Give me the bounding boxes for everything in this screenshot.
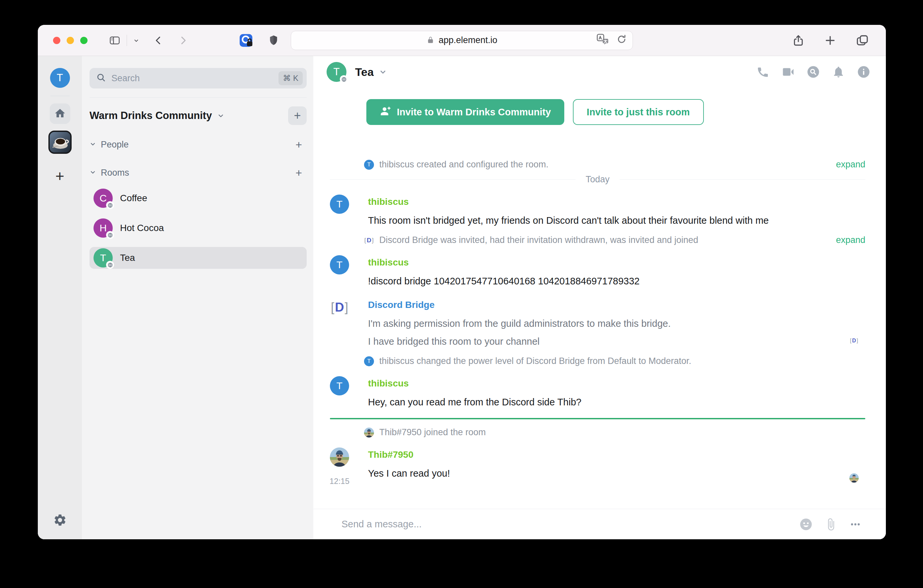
room-search-icon[interactable] [806,64,821,80]
add-room-button[interactable]: + [296,166,302,179]
back-button-icon[interactable] [153,34,164,46]
add-space-button[interactable]: + [55,168,64,184]
sender-avatar[interactable]: T [330,195,349,214]
section-people[interactable]: People + [90,138,307,151]
read-receipt-discord-bridge[interactable]: [D] [849,336,859,345]
invite-to-room-button[interactable]: Invite to just this room [573,99,704,125]
sidebar-toggle-icon[interactable] [108,34,122,46]
room-menu-chevron-icon[interactable] [378,67,388,77]
share-icon[interactable] [792,33,805,48]
sender-name[interactable]: thibiscus [368,378,409,389]
room-title[interactable]: Tea [355,66,374,79]
sender-name[interactable]: Discord Bridge [368,300,435,310]
room-list-panel: Search ⌘ K Warm Drinks Community + Peopl… [82,56,313,539]
message-discord-bridge: [D] Discord Bridge I'm asking permission… [313,298,886,348]
sender-name[interactable]: thibiscus [368,257,409,268]
sender-name[interactable]: Thib#7950 [368,450,414,460]
expand-link[interactable]: expand [836,235,866,245]
add-to-space-button[interactable]: + [288,107,307,125]
new-tab-icon[interactable] [824,34,837,47]
sender-avatar[interactable]: T [330,255,349,274]
space-menu-chevron-icon[interactable] [217,112,225,120]
message-reply: 12:15 Thib#7950 Yes I can read you! [313,447,886,486]
event-avatar[interactable]: T [364,356,374,366]
section-label[interactable]: Rooms [101,168,129,178]
video-call-icon[interactable] [780,64,796,80]
message-text: I'm asking permission from the guild adm… [368,317,866,330]
voice-call-icon[interactable] [755,64,770,80]
close-window-button[interactable] [53,37,60,44]
user-joined-event: Thib#7950 joined the room [364,427,866,437]
section-chevron-icon[interactable] [90,169,96,177]
event-avatar-discord-bridge[interactable]: [D] [364,235,374,245]
event-avatar-photo[interactable] [364,427,374,437]
room-created-event: T thibiscus created and configured the r… [364,159,866,170]
room-header-avatar[interactable]: T [327,62,347,82]
event-text: thibiscus created and configured the roo… [379,159,549,170]
space-panel-divider [50,96,70,96]
composer-input[interactable]: Send a message... [342,519,788,530]
search-placeholder: Search [112,73,140,84]
power-level-event: T thibiscus changed the power level of D… [364,356,866,366]
message-bridge-command: T thibiscus !discord bridge 104201754771… [313,255,886,288]
sender-name[interactable]: thibiscus [368,197,409,207]
room-header: T Tea [313,56,886,88]
event-avatar[interactable]: T [364,160,374,170]
room-avatar-initial: C [99,192,107,204]
separator-line [620,179,866,180]
translate-icon[interactable] [596,33,609,48]
message-text: I have bridged this room to your channel [368,335,866,348]
privacy-shield-extension-icon[interactable] [268,33,279,48]
message-hey: T thibiscus Hey, can you read me from th… [313,376,886,409]
onepassword-extension-icon[interactable] [238,33,254,48]
room-list-divider [90,97,307,98]
forward-button-icon[interactable] [177,34,189,46]
section-rooms[interactable]: Rooms + [90,166,307,179]
sender-avatar-photo[interactable] [330,447,349,467]
search-icon [96,72,106,84]
room-info-icon[interactable] [856,64,871,80]
more-options-icon[interactable] [849,518,862,531]
invite-user-icon [379,105,391,119]
zoom-window-button[interactable] [80,37,87,44]
reload-icon[interactable] [616,33,627,47]
home-button[interactable] [50,103,70,124]
address-bar[interactable]: app.element.io [291,31,633,50]
space-name[interactable]: Warm Drinks Community [90,110,212,122]
unread-marker-line [330,418,866,419]
day-separator-label: Today [585,174,609,185]
message-timeline: Invite to Warm Drinks Community Invite t… [313,88,886,509]
user-avatar[interactable]: T [50,68,70,88]
room-avatar-initial: T [100,252,106,263]
invite-to-community-button[interactable]: Invite to Warm Drinks Community [366,99,564,125]
section-label[interactable]: People [101,140,129,150]
settings-gear-icon[interactable] [53,513,67,528]
sidebar-dropdown-chevron-icon[interactable] [132,36,140,44]
notifications-bell-icon[interactable] [831,64,846,80]
message-bridge-intro: T thibiscus This room isn't bridged yet,… [313,195,886,227]
minimize-window-button[interactable] [67,37,74,44]
read-receipt-thib[interactable] [849,473,859,483]
tls-lock-icon [426,36,435,44]
coffee-photo [50,132,70,153]
sender-avatar[interactable]: T [330,376,349,396]
element-app: T + [38,56,886,539]
message-text: This room isn't bridged yet, my friends … [368,214,866,227]
space-avatar-warm-drinks-community[interactable] [48,131,72,154]
add-people-button[interactable]: + [296,138,302,151]
safari-window: app.element.io T [38,25,886,539]
message-composer: Send a message... [313,509,886,539]
emoji-icon[interactable] [799,517,813,531]
search-shortcut-badge: ⌘ K [279,71,303,85]
room-item-coffee[interactable]: C Coffee [90,187,307,209]
expand-link[interactable]: expand [836,159,866,170]
discord-bridge-avatar[interactable]: [D] [330,298,349,317]
message-text: Yes I can read you! [368,467,866,480]
search-input[interactable]: Search ⌘ K [90,68,307,89]
room-item-hot-cocoa[interactable]: H Hot Cocoa [90,217,307,239]
attachment-paperclip-icon[interactable] [824,518,838,531]
tab-overview-icon[interactable] [856,33,869,48]
section-chevron-icon[interactable] [90,141,96,149]
public-room-globe-icon [106,261,114,269]
room-item-tea[interactable]: T Tea [90,247,307,269]
